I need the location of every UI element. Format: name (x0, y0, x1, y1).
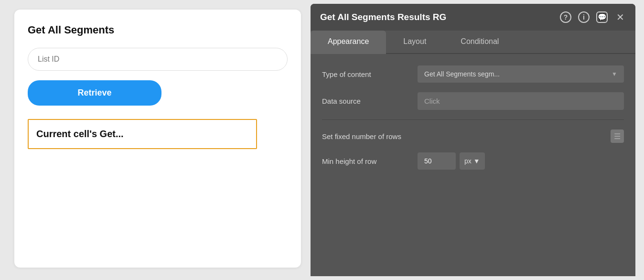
data-source-row: Data source Click (322, 92, 624, 110)
content-area: Type of content Get All Segments segm...… (311, 54, 635, 276)
min-height-input[interactable] (418, 152, 456, 170)
right-panel-header: Get All Segments Results RG ? i 💬 ✕ (311, 4, 635, 31)
data-source-label: Data source (322, 97, 418, 105)
current-cell-text: Current cell's Get... (36, 129, 124, 139)
tab-conditional[interactable]: Conditional (443, 31, 516, 54)
current-cell-box: Current cell's Get... (28, 119, 257, 149)
type-of-content-value: Get All Segments segm... (424, 70, 500, 78)
info-icon[interactable]: i (578, 11, 590, 23)
left-panel: Get All Segments Retrieve Current cell's… (14, 10, 301, 268)
right-panel-title: Get All Segments Results RG (320, 12, 446, 22)
type-of-content-row: Type of content Get All Segments segm...… (322, 65, 624, 83)
right-panel: Get All Segments Results RG ? i 💬 ✕ Appe… (311, 4, 635, 276)
panel-title: Get All Segments (28, 24, 288, 36)
unit-select[interactable]: px ▼ (460, 152, 485, 170)
fixed-rows-row: Set fixed number of rows ☰ (322, 129, 624, 143)
retrieve-button[interactable]: Retrieve (28, 80, 161, 106)
fixed-rows-toggle[interactable]: ☰ (611, 129, 624, 143)
min-height-row: Min height of row px ▼ (322, 152, 624, 170)
type-of-content-label: Type of content (322, 70, 418, 78)
toggle-icon: ☰ (614, 132, 621, 141)
tab-layout[interactable]: Layout (386, 31, 443, 54)
unit-arrow: ▼ (473, 157, 480, 165)
data-source-input[interactable]: Click (418, 92, 624, 110)
close-icon[interactable]: ✕ (614, 11, 626, 23)
type-of-content-arrow: ▼ (612, 71, 617, 77)
data-source-placeholder: Click (424, 97, 440, 105)
type-of-content-dropdown[interactable]: Get All Segments segm... ▼ (418, 65, 624, 83)
list-id-input[interactable] (28, 48, 288, 71)
chat-icon[interactable]: 💬 (596, 11, 608, 23)
question-icon[interactable]: ? (560, 11, 571, 23)
tabs-bar: Appearance Layout Conditional (311, 31, 635, 54)
fixed-rows-label: Set fixed number of rows (322, 132, 611, 140)
divider (322, 119, 624, 120)
header-icons: ? i 💬 ✕ (560, 11, 626, 23)
tab-appearance[interactable]: Appearance (311, 31, 386, 54)
min-height-label: Min height of row (322, 157, 418, 165)
unit-value: px (464, 157, 472, 165)
